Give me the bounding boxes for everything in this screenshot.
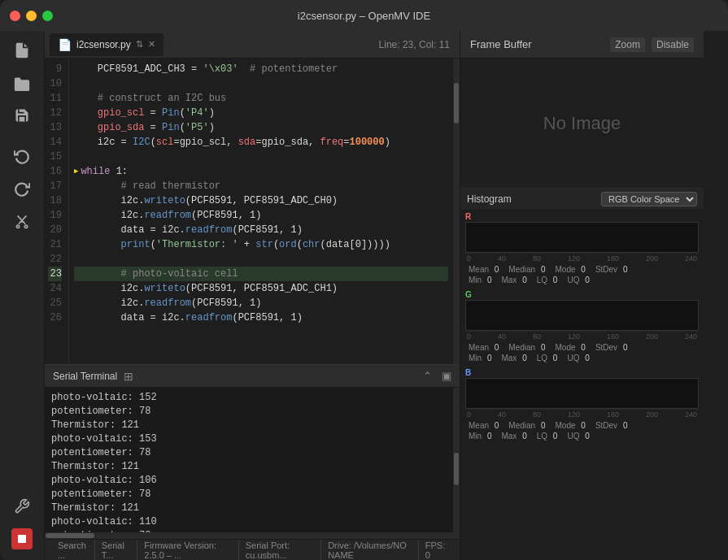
sidebar-icon-stop[interactable] <box>7 524 37 553</box>
sidebar-icon-open[interactable] <box>7 68 37 98</box>
histogram-header: Histogram RGB Color Space Grayscale <box>460 189 704 211</box>
histogram-colorspace-select[interactable]: RGB Color Space Grayscale <box>601 192 697 206</box>
code-line: PCF8591_ADC_CH3 = '\x03' # potentiometer <box>74 62 448 76</box>
histogram-channel-r: R 04080120160200240 Mean 0 Median 0 Mode… <box>460 211 704 285</box>
terminal-line: Thermistor: 121 <box>51 501 447 515</box>
terminal-header: Serial Terminal ⊞ ⌃ ▣ <box>45 365 460 388</box>
no-image-area: No Image <box>460 59 704 189</box>
code-line: i2c.writeto(PCF8591, PCF8591_ADC_CH0) <box>74 193 448 208</box>
sidebar-icon-new-file[interactable] <box>7 36 37 65</box>
terminal-options-icon[interactable]: ▣ <box>442 370 451 382</box>
histogram-r-stats: Mean 0 Median 0 Mode 0 StDev 0 <box>465 264 699 275</box>
maximize-button[interactable] <box>42 11 53 21</box>
cursor-position: Line: 23, Col: 11 <box>379 39 455 50</box>
status-bar: Search ... Serial T... Firmware Version:… <box>45 539 460 560</box>
code-line: # read thermistor <box>74 179 448 193</box>
code-line: gpio_sda = Pin('P5') <box>74 120 448 135</box>
code-line: i2c = I2C(scl=gpio_scl, sda=gpio_sda, fr… <box>74 135 448 150</box>
status-firmware: Firmware Version: 2.5.0 – ... <box>137 540 238 560</box>
code-editor[interactable]: 9 10 11 12 13 14 15 16 17 18 19 20 21 22… <box>45 59 460 364</box>
close-button[interactable] <box>10 11 20 21</box>
histogram-g-stats: Mean 0 Median 0 Mode 0 StDev 0 <box>465 342 699 353</box>
terminal-inner: photo-voltaic: 152 potentiometer: 78 The… <box>45 388 460 532</box>
code-line: i2c.readfrom(PCF8591, 1) <box>74 296 448 310</box>
code-line: data = i2c.readfrom(PCF8591, 1) <box>74 223 448 237</box>
code-line: # photo-voltaic cell <box>74 267 448 281</box>
terminal-attach-icon[interactable]: ⊞ <box>124 370 133 383</box>
sidebar-icon-save[interactable] <box>7 101 37 130</box>
histogram-g-graph <box>465 300 699 331</box>
histogram-channel-b: B 04080120160200240 Mean 0 Median 0 Mode… <box>460 367 704 441</box>
disable-button[interactable]: Disable <box>652 37 694 52</box>
terminal-title: Serial Terminal <box>53 371 117 382</box>
right-panel: Frame Buffer Zoom Disable No Image Histo… <box>460 31 704 560</box>
code-line: ▶while 1: <box>74 164 448 179</box>
terminal-line: potentiometer: 78 <box>51 405 447 419</box>
histogram-b-axis: 04080120160200240 <box>465 410 699 419</box>
terminal-line: potentiometer: 78 <box>51 488 447 501</box>
sidebar-icon-redo[interactable] <box>7 174 37 203</box>
histogram-panel: Histogram RGB Color Space Grayscale R 04… <box>460 189 704 560</box>
editor-scrollbar[interactable] <box>453 59 460 364</box>
terminal-line: Thermistor: 121 <box>51 419 447 432</box>
histogram-b-stats: Mean 0 Median 0 Mode 0 StDev 0 <box>465 420 699 431</box>
code-line: data = i2c.readfrom(PCF8591, 1) <box>74 310 448 325</box>
editor-area: 📄 i2csensor.py ⇅ ✕ Line: 23, Col: 11 9 1… <box>45 31 460 560</box>
status-drive: Drive: /Volumes/NO NAME <box>321 540 419 560</box>
tab-bar: 📄 i2csensor.py ⇅ ✕ Line: 23, Col: 11 <box>45 31 460 59</box>
sidebar-icon-tools[interactable] <box>7 492 37 521</box>
window-title: i2csensor.py – OpenMV IDE <box>298 10 430 22</box>
terminal-line: photo-voltaic: 153 <box>51 432 447 446</box>
status-search[interactable]: Search ... <box>51 540 95 560</box>
channel-r-label: R <box>465 212 699 221</box>
code-line: i2c.readfrom(PCF8591, 1) <box>74 208 448 223</box>
channel-g-label: G <box>465 290 699 299</box>
code-lines[interactable]: PCF8591_ADC_CH3 = '\x03' # potentiometer… <box>69 59 453 364</box>
terminal-line: photo-voltaic: 106 <box>51 474 447 488</box>
terminal-scrollbar[interactable] <box>453 388 460 532</box>
sidebar-icon-undo[interactable] <box>7 141 37 171</box>
code-line <box>74 76 448 91</box>
line-numbers: 9 10 11 12 13 14 15 16 17 18 19 20 21 22… <box>45 59 69 364</box>
histogram-title: Histogram <box>467 193 512 205</box>
histogram-g-stats2: Min 0 Max 0 LQ 0 UQ 0 <box>465 353 699 363</box>
tab-close-button[interactable]: ✕ <box>148 39 155 50</box>
code-line: i2c.writeto(PCF8591, PCF8591_ADC_CH1) <box>74 281 448 296</box>
channel-b-label: B <box>465 368 699 377</box>
frame-buffer-actions: Zoom Disable <box>610 37 694 52</box>
terminal-h-scrollbar[interactable] <box>45 532 460 539</box>
histogram-r-axis: 04080120160200240 <box>465 254 699 263</box>
status-fps: FPS: 0 <box>419 540 453 560</box>
terminal-area: Serial Terminal ⊞ ⌃ ▣ photo-voltaic: 152… <box>45 364 460 539</box>
histogram-r-stats2: Min 0 Max 0 LQ 0 UQ 0 <box>465 275 699 285</box>
tab-filename: i2csensor.py <box>76 39 131 50</box>
sidebar-icon-cut[interactable] <box>7 206 37 236</box>
terminal-line: photo-voltaic: 110 <box>51 515 447 529</box>
frame-buffer-header: Frame Buffer Zoom Disable <box>460 31 704 59</box>
histogram-b-stats2: Min 0 Max 0 LQ 0 UQ 0 <box>465 431 699 441</box>
file-icon: 📄 <box>58 38 72 51</box>
status-port: Serial Port: cu.usbm... <box>239 540 321 560</box>
code-line <box>74 150 448 164</box>
traffic-lights <box>10 11 53 21</box>
zoom-button[interactable]: Zoom <box>610 37 645 52</box>
svg-point-1 <box>24 225 27 228</box>
status-serial[interactable]: Serial T... <box>95 540 138 560</box>
code-line: gpio_scl = Pin('P4') <box>74 106 448 120</box>
svg-point-0 <box>16 225 19 228</box>
minimize-button[interactable] <box>26 11 37 21</box>
terminal-content[interactable]: photo-voltaic: 152 potentiometer: 78 The… <box>45 388 453 532</box>
tab-arrows[interactable]: ⇅ <box>136 39 143 50</box>
code-line <box>74 252 448 267</box>
sidebar <box>0 31 45 560</box>
editor-tab[interactable]: 📄 i2csensor.py ⇅ ✕ <box>50 33 163 56</box>
titlebar: i2csensor.py – OpenMV IDE <box>0 0 728 31</box>
histogram-r-graph <box>465 222 699 253</box>
no-image-text: No Image <box>543 113 621 134</box>
terminal-line: potentiometer: 78 <box>51 446 447 460</box>
histogram-b-graph <box>465 378 699 409</box>
code-line: print('Thermistor: ' + str(ord(chr(data[… <box>74 237 448 252</box>
frame-buffer-title: Frame Buffer <box>470 38 532 50</box>
terminal-expand-icon[interactable]: ⌃ <box>423 370 432 382</box>
histogram-channel-g: G 04080120160200240 Mean 0 Median 0 Mode… <box>460 289 704 363</box>
